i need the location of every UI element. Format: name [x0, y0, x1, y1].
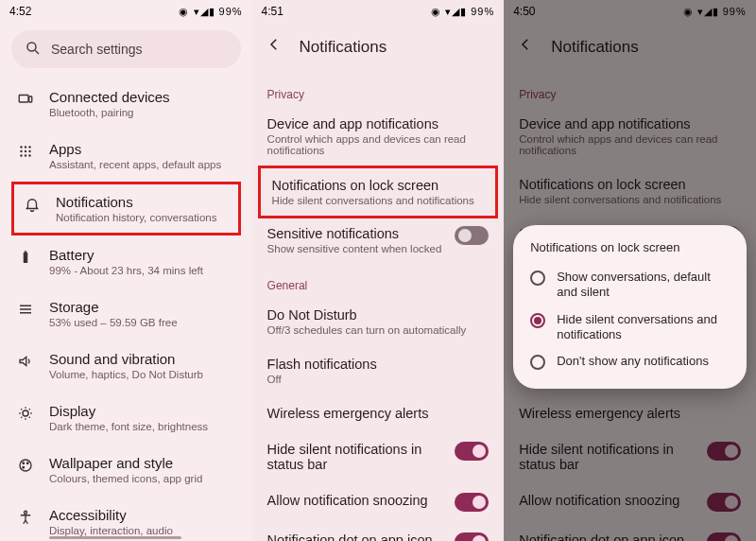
- svg-point-11: [25, 154, 26, 156]
- screenshot-settings-home: 4:52 ◉ ▾◢▮ 99% Search settings Connected…: [0, 0, 252, 541]
- svg-rect-3: [29, 96, 32, 102]
- svg-line-1: [35, 50, 39, 54]
- radio-icon-selected: [530, 313, 545, 328]
- item-apps[interactable]: AppsAssistant, recent apps, default apps: [8, 130, 245, 182]
- svg-point-20: [23, 462, 25, 464]
- status-bar: 4:52 ◉ ▾◢▮ 99%: [0, 0, 252, 23]
- svg-point-7: [20, 150, 22, 152]
- battery-icon: [15, 247, 36, 266]
- toggle-snooze[interactable]: [455, 493, 489, 512]
- bell-icon: [22, 194, 43, 213]
- screenshot-notifications-settings: 4:51 ◉ ▾◢▮ 99% Notifications Privacy Dev…: [252, 0, 505, 541]
- brightness-icon: [15, 403, 36, 422]
- radio-icon: [530, 270, 545, 286]
- row-flash[interactable]: Flash notificationsOff: [252, 347, 505, 396]
- svg-point-21: [27, 462, 29, 464]
- clock: 4:52: [9, 5, 31, 18]
- item-sound[interactable]: Sound and vibrationVolume, haptics, Do N…: [8, 340, 245, 392]
- svg-point-9: [28, 150, 30, 152]
- clock: 4:51: [262, 5, 284, 18]
- row-notification-dot[interactable]: Notification dot on app icon: [252, 523, 505, 541]
- item-connected-devices[interactable]: Connected devicesBluetooth, pairing: [8, 78, 245, 130]
- svg-point-23: [25, 511, 27, 514]
- item-battery[interactable]: Battery99% - About 23 hrs, 34 mins left: [8, 236, 245, 288]
- back-icon[interactable]: [266, 36, 283, 58]
- highlight-box-notifications: NotificationsNotification history, conve…: [11, 182, 241, 236]
- svg-point-18: [23, 410, 28, 416]
- svg-point-5: [25, 146, 26, 148]
- svg-point-19: [20, 460, 31, 471]
- search-placeholder: Search settings: [51, 42, 143, 57]
- accessibility-icon: [15, 507, 36, 526]
- row-dnd[interactable]: Do Not DisturbOff/3 schedules can turn o…: [252, 298, 505, 347]
- radio-icon: [530, 355, 545, 370]
- section-general: General: [252, 266, 505, 298]
- screenshot-lockscreen-dialog: 4:50 ◉ ▾◢▮ 99% Notifications Privacy Dev…: [504, 0, 756, 541]
- svg-point-6: [28, 146, 30, 148]
- palette-icon: [15, 455, 36, 474]
- storage-icon: [15, 299, 36, 318]
- row-device-app-notifications[interactable]: Device and app notificationsControl whic…: [252, 107, 505, 167]
- svg-rect-13: [24, 253, 28, 263]
- item-wallpaper[interactable]: Wallpaper and styleColours, themed icons…: [8, 444, 245, 496]
- item-notifications[interactable]: NotificationsNotification history, conve…: [18, 192, 234, 225]
- svg-rect-2: [19, 96, 28, 103]
- status-icons: ◉ ▾◢▮ 99%: [431, 6, 494, 18]
- svg-rect-14: [25, 251, 26, 253]
- search-icon: [25, 40, 42, 60]
- svg-point-0: [27, 43, 36, 51]
- item-display[interactable]: DisplayDark theme, font size, brightness: [8, 392, 245, 444]
- option-show-all[interactable]: Show conversations, default and silent: [526, 264, 733, 306]
- page-header: Notifications: [252, 23, 505, 75]
- apps-icon: [15, 141, 36, 160]
- dialog-title: Notifications on lock screen: [526, 240, 733, 254]
- item-storage[interactable]: Storage53% used – 59.59 GB free: [8, 288, 245, 340]
- highlight-box-lockscreen: Notifications on lock screenHide silent …: [258, 166, 499, 218]
- toggle-sensitive[interactable]: [455, 226, 489, 245]
- svg-point-8: [25, 150, 26, 152]
- dialog-lockscreen-options: Notifications on lock screen Show conver…: [513, 225, 747, 389]
- section-privacy: Privacy: [252, 75, 505, 107]
- scrollbar[interactable]: [49, 536, 181, 539]
- svg-point-4: [20, 146, 22, 148]
- row-allow-snoozing[interactable]: Allow notification snoozing: [252, 483, 505, 523]
- svg-point-12: [28, 154, 30, 156]
- status-icons: ◉ ▾◢▮ 99%: [179, 6, 242, 18]
- option-hide-silent[interactable]: Hide silent conversations and notificati…: [526, 306, 733, 349]
- devices-icon: [15, 89, 36, 108]
- row-hide-silent-status[interactable]: Hide silent notifications in status bar: [252, 432, 505, 483]
- toggle-dot[interactable]: [455, 532, 489, 541]
- search-settings[interactable]: Search settings: [11, 30, 241, 68]
- row-wireless-emergency[interactable]: Wireless emergency alerts: [252, 396, 505, 432]
- sound-icon: [15, 351, 36, 370]
- svg-point-10: [20, 154, 22, 156]
- svg-point-22: [23, 467, 25, 469]
- row-sensitive-notifications[interactable]: Sensitive notificationsShow sensitive co…: [252, 217, 505, 266]
- status-bar: 4:51 ◉ ▾◢▮ 99%: [252, 0, 505, 23]
- option-hide-all[interactable]: Don't show any notifications: [526, 348, 733, 375]
- page-title: Notifications: [300, 38, 387, 57]
- row-lock-screen-notifications[interactable]: Notifications on lock screenHide silent …: [261, 172, 496, 212]
- item-accessibility[interactable]: AccessibilityDisplay, interaction, audio: [8, 496, 245, 541]
- toggle-hide-silent[interactable]: [455, 442, 489, 461]
- settings-list: Connected devicesBluetooth, pairing Apps…: [0, 78, 252, 541]
